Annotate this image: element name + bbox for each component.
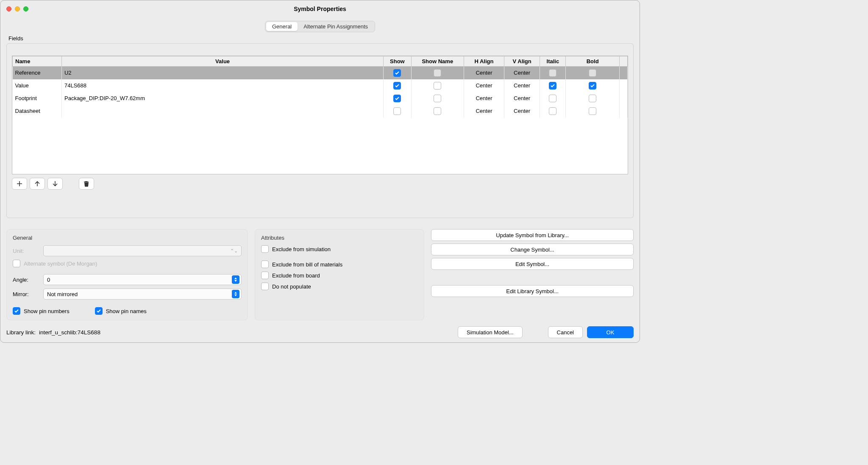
close-icon[interactable] bbox=[6, 6, 11, 11]
cell-italic[interactable] bbox=[540, 105, 566, 118]
cell-show[interactable] bbox=[384, 92, 411, 105]
cell-value[interactable]: Package_DIP:DIP-20_W7.62mm bbox=[61, 92, 383, 105]
cell-value[interactable]: U2 bbox=[61, 67, 383, 79]
exclude-bom-checkbox[interactable] bbox=[261, 261, 269, 268]
edit-symbol-button[interactable]: Edit Symbol... bbox=[431, 258, 634, 270]
unit-select: ⌃⌄ bbox=[43, 245, 242, 256]
cell-halign[interactable]: Center bbox=[464, 79, 504, 92]
window-controls bbox=[6, 6, 28, 11]
edit-library-symbol-button[interactable]: Edit Library Symbol... bbox=[431, 285, 634, 297]
cell-italic[interactable] bbox=[540, 67, 566, 79]
library-link-label: Library link: bbox=[6, 329, 36, 336]
chevron-updown-icon bbox=[232, 290, 239, 298]
col-italic[interactable]: Italic bbox=[540, 56, 566, 67]
checkbox[interactable] bbox=[549, 107, 556, 115]
altsymbol-label: Alternate symbol (De Morgan) bbox=[24, 261, 97, 267]
add-field-button[interactable] bbox=[12, 178, 27, 190]
checkbox[interactable] bbox=[549, 82, 556, 90]
cell-bold[interactable] bbox=[566, 92, 620, 105]
exclude-board-option[interactable]: Exclude from board bbox=[261, 272, 418, 279]
dnp-option[interactable]: Do not populate bbox=[261, 283, 418, 290]
cell-halign[interactable]: Center bbox=[464, 92, 504, 105]
cell-halign[interactable]: Center bbox=[464, 67, 504, 79]
move-down-button[interactable] bbox=[47, 178, 63, 190]
fields-table[interactable]: Name Value Show Show Name H Align V Alig… bbox=[12, 56, 628, 174]
table-row[interactable]: DatasheetCenterCenter bbox=[13, 105, 628, 118]
tab-alternate-pin-assignments[interactable]: Alternate Pin Assignments bbox=[298, 22, 374, 31]
col-bold[interactable]: Bold bbox=[566, 56, 620, 67]
cell-name[interactable]: Reference bbox=[13, 67, 62, 79]
checkbox[interactable] bbox=[393, 69, 401, 77]
col-showname[interactable]: Show Name bbox=[411, 56, 464, 67]
delete-field-button[interactable] bbox=[79, 178, 94, 190]
col-show[interactable]: Show bbox=[384, 56, 411, 67]
cell-showname[interactable] bbox=[411, 67, 464, 79]
checkbox[interactable] bbox=[549, 95, 556, 102]
ok-button[interactable]: OK bbox=[587, 326, 634, 338]
cell-value[interactable]: 74LS688 bbox=[61, 79, 383, 92]
cell-bold[interactable] bbox=[566, 67, 620, 79]
cell-valign[interactable]: Center bbox=[504, 105, 540, 118]
mirror-select[interactable]: Not mirrored bbox=[43, 289, 242, 300]
checkbox[interactable] bbox=[434, 107, 441, 115]
table-row[interactable]: FootprintPackage_DIP:DIP-20_W7.62mmCente… bbox=[13, 92, 628, 105]
checkbox[interactable] bbox=[434, 69, 441, 77]
cancel-button[interactable]: Cancel bbox=[548, 326, 583, 338]
checkbox[interactable] bbox=[434, 82, 441, 90]
fields-toolbar bbox=[12, 178, 628, 190]
minimize-icon[interactable] bbox=[15, 6, 20, 11]
cell-show[interactable] bbox=[384, 79, 411, 92]
zoom-icon[interactable] bbox=[23, 6, 28, 11]
cell-name[interactable]: Value bbox=[13, 79, 62, 92]
show-pin-names-checkbox[interactable] bbox=[95, 307, 103, 315]
cell-italic[interactable] bbox=[540, 92, 566, 105]
exclude-bom-option[interactable]: Exclude from bill of materials bbox=[261, 261, 418, 268]
cell-name[interactable]: Datasheet bbox=[13, 105, 62, 118]
cell-italic[interactable] bbox=[540, 79, 566, 92]
table-row[interactable]: Value74LS688CenterCenter bbox=[13, 79, 628, 92]
update-from-library-button[interactable]: Update Symbol from Library... bbox=[431, 229, 634, 241]
cell-halign[interactable]: Center bbox=[464, 105, 504, 118]
checkbox[interactable] bbox=[393, 107, 401, 115]
move-up-button[interactable] bbox=[30, 178, 45, 190]
checkbox[interactable] bbox=[589, 107, 596, 115]
checkbox[interactable] bbox=[434, 95, 441, 102]
cell-name[interactable]: Footprint bbox=[13, 92, 62, 105]
show-pin-numbers-checkbox[interactable] bbox=[13, 307, 20, 315]
table-row[interactable]: ReferenceU2CenterCenter bbox=[13, 67, 628, 79]
exclude-sim-option[interactable]: Exclude from simulation bbox=[261, 245, 418, 253]
exclude-board-checkbox[interactable] bbox=[261, 272, 269, 279]
dialog-footer: Library link: interf_u_schlib:74LS688 Si… bbox=[0, 324, 640, 342]
cell-show[interactable] bbox=[384, 105, 411, 118]
general-panel: General Unit: ⌃⌄ Alternate symbol (De Mo… bbox=[6, 229, 248, 320]
change-symbol-button[interactable]: Change Symbol... bbox=[431, 244, 634, 255]
cell-showname[interactable] bbox=[411, 105, 464, 118]
col-halign[interactable]: H Align bbox=[464, 56, 504, 67]
checkbox[interactable] bbox=[589, 69, 596, 77]
cell-valign[interactable]: Center bbox=[504, 67, 540, 79]
checkbox[interactable] bbox=[549, 69, 556, 77]
dnp-checkbox[interactable] bbox=[261, 283, 269, 290]
tab-general[interactable]: General bbox=[266, 22, 298, 31]
show-pin-names-option[interactable]: Show pin names bbox=[95, 307, 147, 315]
checkbox[interactable] bbox=[393, 95, 401, 102]
cell-value[interactable] bbox=[61, 105, 383, 118]
attributes-panel-label: Attributes bbox=[261, 235, 418, 241]
cell-showname[interactable] bbox=[411, 79, 464, 92]
col-name[interactable]: Name bbox=[13, 56, 62, 67]
cell-bold[interactable] bbox=[566, 105, 620, 118]
checkbox[interactable] bbox=[393, 82, 401, 90]
cell-bold[interactable] bbox=[566, 79, 620, 92]
show-pin-numbers-option[interactable]: Show pin numbers bbox=[13, 307, 70, 315]
cell-show[interactable] bbox=[384, 67, 411, 79]
cell-showname[interactable] bbox=[411, 92, 464, 105]
cell-valign[interactable]: Center bbox=[504, 79, 540, 92]
col-value[interactable]: Value bbox=[61, 56, 383, 67]
checkbox[interactable] bbox=[589, 95, 596, 102]
angle-select[interactable]: 0 bbox=[43, 274, 242, 285]
cell-valign[interactable]: Center bbox=[504, 92, 540, 105]
simulation-model-button[interactable]: Simulation Model... bbox=[458, 326, 523, 338]
exclude-sim-checkbox[interactable] bbox=[261, 245, 269, 253]
col-valign[interactable]: V Align bbox=[504, 56, 540, 67]
checkbox[interactable] bbox=[589, 82, 596, 90]
